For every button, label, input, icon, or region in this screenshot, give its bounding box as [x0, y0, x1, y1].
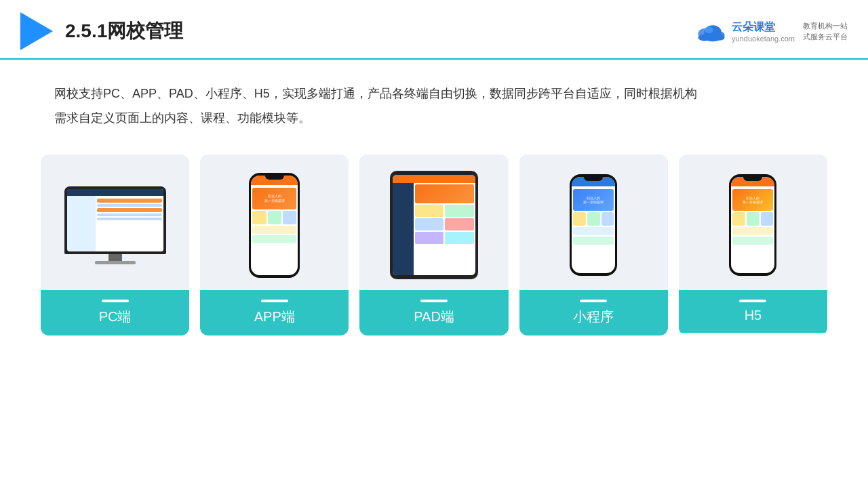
pc-label: PC端 [41, 290, 189, 336]
pad-tablet-outer [390, 171, 478, 279]
brand-logo-box: 云朵课堂 yunduoketang.com 教育机构一站式服务云平台 [694, 20, 848, 43]
h5-phone-outer: 职达人的第一堂刷题课 [729, 174, 776, 276]
header-left: 2.5.1网校管理 [20, 12, 183, 50]
label-divider [102, 300, 129, 302]
pad-image-area [359, 155, 508, 290]
pad-card: PAD端 [359, 155, 508, 336]
description-line1: 网校支持PC、APP、PAD、小程序、H5，实现多端打通，产品各终端自由切换，数… [54, 87, 697, 100]
miniprogram-mockup: 职达人的第一堂刷题课 [570, 174, 617, 276]
svg-point-6 [705, 27, 713, 34]
svg-point-5 [714, 35, 725, 41]
pad-label-text: PAD端 [414, 309, 454, 324]
header: 2.5.1网校管理 云朵课堂 yunduoketang.com 教育机构一站式服… [0, 0, 868, 60]
logo-triangle-icon [20, 12, 53, 50]
brand-url: yunduoketang.com [732, 35, 795, 43]
brand-text-block: 云朵课堂 yunduoketang.com [732, 20, 795, 43]
miniprogram-card: 职达人的第一堂刷题课 [519, 155, 668, 336]
h5-mockup: 职达人的第一堂刷题课 [729, 174, 776, 276]
label-divider [261, 300, 288, 302]
brand-name: 云朵课堂 [732, 20, 795, 35]
description-line2: 需求自定义页面上的内容、课程、功能模块等。 [54, 111, 311, 125]
pc-mockup [64, 186, 166, 264]
pc-card: PC端 [41, 155, 189, 336]
app-image-area: 职达人的第一堂刷题课 [200, 155, 349, 290]
h5-card: 职达人的第一堂刷题课 [679, 155, 827, 336]
brand-logo: 云朵课堂 yunduoketang.com 教育机构一站式服务云平台 [694, 20, 848, 43]
pc-label-text: PC端 [99, 309, 132, 324]
h5-phone-notch [743, 177, 762, 181]
pc-image-area [41, 155, 189, 290]
page-title: 2.5.1网校管理 [65, 18, 183, 44]
miniprogram-phone-screen: 职达人的第一堂刷题课 [572, 177, 615, 273]
description-text: 网校支持PC、APP、PAD、小程序、H5，实现多端打通，产品各终端自由切换，数… [0, 60, 868, 141]
pad-mockup [390, 171, 478, 279]
app-card: 职达人的第一堂刷题课 [200, 155, 349, 336]
pad-tablet-screen [393, 175, 475, 275]
h5-label: H5 [679, 290, 827, 333]
pc-screen-outer [64, 186, 166, 254]
app-phone-notch [265, 176, 284, 180]
app-label: APP端 [200, 290, 349, 336]
pad-label: PAD端 [359, 290, 508, 336]
h5-label-text: H5 [745, 308, 762, 323]
h5-image-area: 职达人的第一堂刷题课 [679, 155, 827, 290]
app-label-text: APP端 [254, 309, 295, 324]
brand-slogan: 教育机构一站式服务云平台 [803, 20, 848, 43]
app-phone-outer: 职达人的第一堂刷题课 [249, 173, 300, 278]
miniprogram-phone-outer: 职达人的第一堂刷题课 [570, 174, 617, 276]
miniprogram-label-text: 小程序 [573, 309, 614, 324]
app-phone-screen: 职达人的第一堂刷题课 [251, 176, 298, 275]
pc-screen-inner [67, 189, 163, 251]
cloud-icon [694, 20, 726, 42]
miniprogram-image-area: 职达人的第一堂刷题课 [519, 155, 668, 290]
miniprogram-phone-notch [584, 177, 603, 181]
app-mockup: 职达人的第一堂刷题课 [249, 173, 300, 278]
cards-section: PC端 职达人的第一堂刷题课 [0, 141, 868, 349]
label-divider [580, 300, 607, 302]
h5-phone-screen: 职达人的第一堂刷题课 [731, 177, 774, 273]
label-divider [739, 300, 766, 302]
label-divider [420, 300, 448, 302]
miniprogram-label: 小程序 [519, 290, 668, 336]
